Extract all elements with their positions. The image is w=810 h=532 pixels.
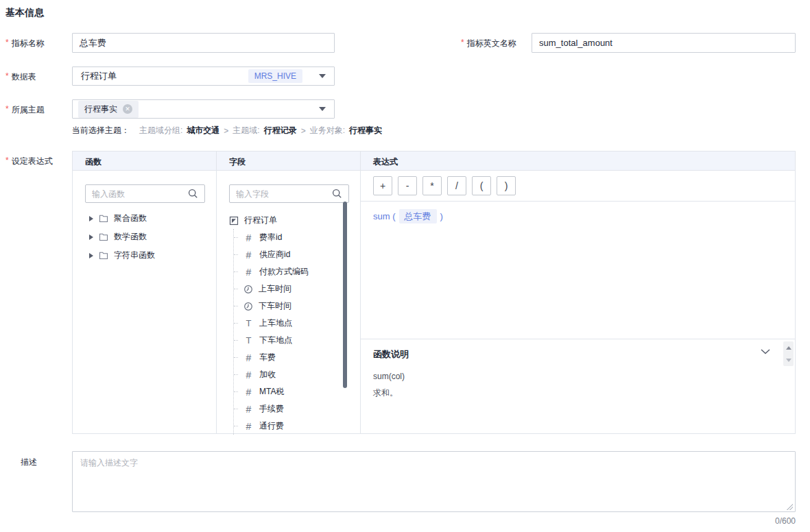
data-table-select[interactable]: 行程订单 MRS_HIVE (72, 66, 335, 86)
metric-name-label: * 指标名称 (5, 38, 45, 49)
field-item[interactable]: # 加收 (234, 366, 360, 383)
field-tree: 行程订单 # 费率id # 供应商id # 付款方式编码 (229, 212, 360, 435)
field-item[interactable]: # 车费 (234, 349, 360, 366)
number-icon: # (243, 267, 254, 278)
function-group-math[interactable]: 数学函数 (89, 228, 216, 246)
text-icon: T (243, 335, 254, 346)
functions-panel-title: 函数 (73, 152, 216, 171)
operator-toolbar: + - * / ( ) (361, 171, 795, 202)
number-icon: # (243, 404, 254, 415)
number-icon: # (243, 370, 254, 380)
folder-icon (99, 214, 108, 223)
field-search[interactable] (229, 184, 349, 203)
expression-panel: 表达式 + - * / ( ) sum (总车费) 函数说明 sum(col) … (361, 152, 795, 433)
expression-close-paren-text: ) (440, 211, 443, 221)
chevron-down-icon[interactable] (319, 107, 326, 111)
data-table-value: 行程订单 (81, 70, 117, 82)
close-icon[interactable] (123, 104, 132, 114)
required-asterisk: * (461, 38, 464, 47)
subject-label: * 所属主题 (5, 104, 45, 116)
operator-multiply-button[interactable]: * (422, 176, 442, 195)
function-group-string[interactable]: 字符串函数 (89, 246, 216, 265)
field-item[interactable]: # 通行费 (234, 418, 360, 435)
function-search-input[interactable] (92, 189, 188, 199)
search-icon[interactable] (332, 189, 342, 199)
number-icon: # (243, 387, 254, 398)
operator-close-paren-button[interactable]: ) (497, 176, 516, 195)
number-icon: # (243, 232, 254, 243)
description-label: 描述 (21, 457, 37, 468)
expression-field-chip[interactable]: 总车费 (399, 209, 437, 223)
function-search[interactable] (85, 184, 205, 203)
search-icon[interactable] (188, 189, 198, 199)
function-doc-section: 函数说明 sum(col) 求和。 (361, 339, 795, 433)
time-icon (243, 285, 253, 294)
doc-scrollbar[interactable] (783, 341, 794, 366)
field-item[interactable]: T 上车地点 (234, 315, 360, 332)
functions-panel: 函数 聚合函数 数学函数 (73, 152, 217, 433)
folder-icon (99, 232, 108, 241)
expression-function-text: sum ( (373, 211, 396, 221)
function-signature: sum(col) (373, 372, 783, 381)
function-description: 求和。 (373, 387, 783, 399)
required-asterisk: * (5, 71, 9, 81)
metric-name-input[interactable] (72, 33, 335, 53)
fields-panel-title: 字段 (217, 152, 360, 171)
operator-divide-button[interactable]: / (447, 176, 466, 195)
scroll-down-icon[interactable] (783, 354, 794, 366)
operator-open-paren-button[interactable]: ( (472, 176, 491, 195)
field-item[interactable]: T 下车地点 (234, 332, 360, 349)
field-item[interactable]: # 付款方式编码 (234, 263, 360, 280)
field-item[interactable]: # 供应商id (234, 246, 360, 263)
expanded-node-icon[interactable] (229, 216, 239, 226)
function-group-aggregate[interactable]: 聚合函数 (89, 209, 216, 228)
chevron-down-icon[interactable] (319, 74, 326, 78)
operator-minus-button[interactable]: - (398, 176, 417, 195)
field-item[interactable]: # 费率id (234, 229, 360, 246)
function-doc-title: 函数说明 (373, 348, 783, 361)
breadcrumb: 当前选择主题： 主题域分组: 城市交通 > 主题域: 行程记录 > 业务对象: … (72, 125, 382, 136)
resize-handle-icon[interactable] (787, 504, 793, 510)
number-icon: # (243, 352, 254, 363)
expression-builder: 函数 聚合函数 数学函数 (72, 151, 796, 434)
text-icon: T (243, 318, 254, 328)
scroll-up-icon[interactable] (783, 341, 794, 354)
required-asterisk: * (5, 38, 9, 47)
field-item[interactable]: # MTA税 (234, 383, 360, 400)
field-search-input[interactable] (236, 189, 332, 199)
required-asterisk: * (5, 156, 9, 165)
field-tree-children: # 费率id # 供应商id # 付款方式编码 上车时间 (233, 229, 360, 435)
field-item[interactable]: 下车时间 (234, 298, 360, 315)
collapse-chevron-icon[interactable] (761, 349, 770, 354)
required-asterisk: * (5, 104, 9, 114)
metric-en-name-input[interactable] (532, 33, 796, 53)
metric-en-name-label: * 指标英文名称 (461, 38, 516, 49)
expand-arrow-icon[interactable] (89, 253, 93, 258)
field-item[interactable]: 上车时间 (234, 280, 360, 298)
expand-arrow-icon[interactable] (89, 234, 93, 240)
data-table-type-badge: MRS_HIVE (248, 69, 302, 83)
fields-panel: 字段 行程订单 # 费率id # (217, 152, 361, 433)
operator-plus-button[interactable]: + (373, 176, 392, 195)
expand-arrow-icon[interactable] (89, 216, 93, 221)
data-table-label: * 数据表 (5, 71, 36, 83)
number-icon: # (243, 421, 254, 432)
number-icon: # (243, 250, 254, 261)
page-title: 基本信息 (5, 7, 44, 19)
description-textarea[interactable] (72, 451, 796, 512)
folder-icon (99, 251, 108, 260)
function-tree: 聚合函数 数学函数 字符串函数 (89, 209, 216, 265)
subject-select[interactable]: 行程事实 (72, 99, 335, 119)
expression-panel-title: 表达式 (361, 152, 795, 171)
subject-selected-tag: 行程事实 (78, 101, 139, 118)
expression-editor[interactable]: sum (总车费) (361, 202, 795, 339)
time-icon (243, 302, 253, 311)
field-list-scrollbar[interactable] (343, 202, 347, 388)
field-item[interactable]: # 手续费 (234, 400, 360, 418)
field-tree-root[interactable]: 行程订单 (229, 212, 360, 229)
char-counter: 0/600 (72, 516, 796, 526)
expression-section-label: * 设定表达式 (5, 156, 53, 167)
